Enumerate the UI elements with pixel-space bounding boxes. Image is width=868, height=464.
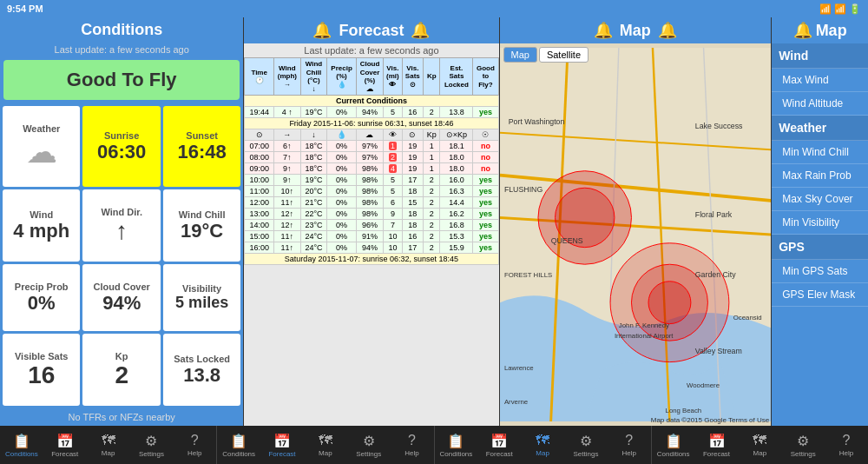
- col-kp: Kp: [423, 58, 440, 96]
- nav-item-0-2[interactable]: 🗺Map: [87, 426, 130, 464]
- conditions-header: Conditions: [0, 17, 243, 43]
- row-chill: 23°C: [300, 220, 327, 231]
- precip-label: Precip Prob: [15, 282, 69, 292]
- row-time: 16:00: [245, 242, 274, 254]
- nav-item-1-2[interactable]: 🗺Map: [304, 426, 347, 464]
- nav-label-0-4: Help: [187, 449, 201, 457]
- row-precip: 0%: [327, 186, 357, 197]
- svg-text:Arverne: Arverne: [503, 398, 527, 406]
- nav-label-2-1: Forecast: [486, 450, 513, 458]
- row-fly: yes: [473, 220, 498, 231]
- svg-text:Oceansid: Oceansid: [733, 314, 761, 321]
- status-time: 9:54 PM: [7, 3, 43, 14]
- row-fly: yes: [473, 231, 498, 242]
- right-item-5[interactable]: Max Rain Prob: [772, 164, 868, 188]
- current-conditions-header: Current Conditions: [245, 96, 498, 107]
- right-item-3[interactable]: Weather: [772, 116, 868, 141]
- row-precip: 0%: [327, 175, 357, 186]
- row-kp: 2: [423, 186, 440, 197]
- col-windchill: WindChill(°C)↓: [300, 58, 327, 96]
- nav-item-0-1[interactable]: 📅Forecast: [43, 426, 87, 464]
- row-cloud: 97%: [356, 141, 383, 152]
- nav-item-3-0[interactable]: 📋Conditions: [652, 426, 695, 464]
- current-conditions-row: 19:444 ↑19°C0%94%516213.8yes: [245, 107, 498, 118]
- svg-text:FLUSHING: FLUSHING: [503, 185, 542, 194]
- nav-item-1-1[interactable]: 📅Forecast: [260, 426, 304, 464]
- nav-item-2-0[interactable]: 📋Conditions: [435, 426, 478, 464]
- nav-label-3-4: Help: [839, 449, 853, 457]
- map-copyright: Map data ©2015 Google Terms of Use: [651, 416, 770, 424]
- row-kp: 2: [423, 197, 440, 209]
- row-vis: 10: [384, 242, 403, 254]
- nav-item-3-2[interactable]: 🗺Map: [738, 426, 781, 464]
- row-chill: 24°C: [300, 231, 327, 242]
- nav-label-2-4: Help: [622, 449, 636, 457]
- nav-label-1-3: Settings: [356, 450, 381, 458]
- status-bar: 9:54 PM 📶 📶 🔋: [0, 0, 868, 17]
- row-chill: 18°C: [300, 141, 327, 152]
- nav-item-2-2[interactable]: 🗺Map: [521, 426, 564, 464]
- row-cloud: 98%: [356, 197, 383, 209]
- col-time: Time🕐: [245, 58, 274, 96]
- row-kp: 2: [423, 242, 440, 254]
- right-item-8[interactable]: GPS: [772, 235, 868, 260]
- wind-dir-label: Wind Dir.: [101, 207, 142, 217]
- nav-item-0-4[interactable]: ?Help: [173, 426, 216, 464]
- right-item-1[interactable]: Max Wind: [772, 69, 868, 92]
- nav-icon-2-3: ⚙: [580, 433, 592, 449]
- right-item-7[interactable]: Min Visibility: [772, 211, 868, 235]
- row-time: 14:00: [245, 220, 274, 231]
- nav-item-2-1[interactable]: 📅Forecast: [477, 426, 521, 464]
- col-cloud: CloudCover(%)☁: [356, 58, 383, 96]
- row-kp: 1: [423, 141, 440, 152]
- row-est: 16.3: [440, 186, 473, 197]
- nav-icon-2-1: 📅: [490, 433, 508, 449]
- row-fly: yes: [473, 242, 498, 254]
- wind-chill-cell: Wind Chill 19°C: [163, 189, 240, 262]
- sats-locked-cell: Sats Locked 13.8: [163, 334, 240, 406]
- conditions-grid: Weather ☁ Sunrise 06:30 Sunset 16:48 Win…: [3, 106, 240, 406]
- right-item-10[interactable]: GPS Elev Mask: [772, 283, 868, 307]
- row-chill: 19°C: [300, 175, 327, 186]
- map-tab-map[interactable]: Map: [503, 47, 537, 63]
- nav-section-3: 📋Conditions📅Forecast🗺Map⚙Settings?Help: [652, 426, 868, 464]
- forecast-row-0-9: 16:00 11↑ 24°C 0% 94% 10 17 2 15.9 yes: [245, 242, 498, 254]
- nav-item-0-0[interactable]: 📋Conditions: [0, 426, 43, 464]
- visible-sats-value: 16: [28, 361, 55, 389]
- row-est: 14.4: [440, 197, 473, 209]
- kp-value: 2: [115, 361, 128, 389]
- nav-item-3-4[interactable]: ?Help: [825, 426, 868, 464]
- nav-item-0-3[interactable]: ⚙Settings: [130, 426, 174, 464]
- nav-icon-2-0: 📋: [447, 433, 464, 449]
- nav-item-1-0[interactable]: 📋Conditions: [217, 426, 260, 464]
- precip-cell: Precip Prob 0%: [3, 264, 80, 331]
- right-item-6[interactable]: Max Sky Cover: [772, 188, 868, 211]
- nav-label-3-2: Map: [753, 449, 767, 457]
- nav-item-1-4[interactable]: ?Help: [391, 426, 434, 464]
- sats-locked-value: 13.8: [183, 364, 220, 387]
- visible-sats-label: Visible Sats: [15, 351, 69, 361]
- nav-item-2-3[interactable]: ⚙Settings: [564, 426, 608, 464]
- right-item-2[interactable]: Wind Altitude: [772, 92, 868, 116]
- forecast-row-0-1: 08:00 7↑ 18°C 0% 97% 2 19 1 18.0 no: [245, 152, 498, 163]
- forecast-row-0-0: 07:00 6↑ 18°C 0% 97% 1 19 1 18.1 no: [245, 141, 498, 152]
- row-time: 11:00: [245, 186, 274, 197]
- row-est: 18.1: [440, 141, 473, 152]
- cc-cell-0: 19:44: [245, 107, 274, 118]
- nav-item-3-1[interactable]: 📅Forecast: [695, 426, 739, 464]
- map-icon: 🔔: [594, 21, 613, 40]
- right-item-4[interactable]: Min Wind Chill: [772, 141, 868, 164]
- visibility-value: 5 miles: [175, 294, 228, 312]
- cloud-cover-value: 94%: [102, 292, 141, 315]
- nav-item-2-4[interactable]: ?Help: [608, 426, 651, 464]
- nav-item-1-3[interactable]: ⚙Settings: [347, 426, 391, 464]
- col-vis: Vis.(mi)👁: [384, 58, 403, 96]
- svg-text:John F. Kennedy: John F. Kennedy: [618, 322, 668, 330]
- right-item-0[interactable]: Wind: [772, 43, 868, 69]
- right-item-9[interactable]: Min GPS Sats: [772, 260, 868, 283]
- day-header-0: Friday 2015-11-06: sunrise 06:31, sunset…: [245, 118, 498, 129]
- map-tab-satellite[interactable]: Satellite: [539, 47, 589, 63]
- row-cloud: 98%: [356, 175, 383, 186]
- nav-item-3-3[interactable]: ⚙Settings: [781, 426, 825, 464]
- nav-icon-3-0: 📋: [665, 433, 682, 449]
